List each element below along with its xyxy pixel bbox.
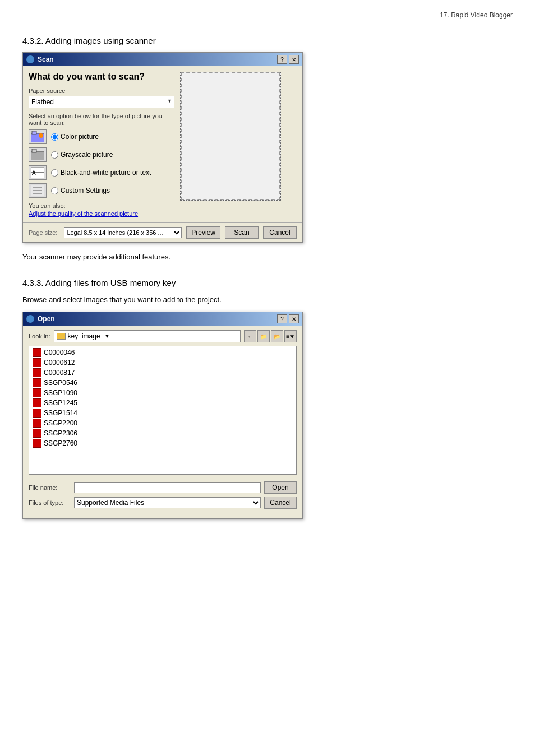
- dropdown-arrow: ▼: [105, 333, 110, 339]
- color-option-label[interactable]: Color picture: [51, 133, 99, 141]
- open-dialog-title: Open: [38, 315, 55, 323]
- scan-titlebar-controls: ? ✕: [277, 55, 299, 64]
- adjust-quality-link[interactable]: Adjust the quality of the scanned pictur…: [29, 210, 174, 217]
- grayscale-icon: [29, 147, 47, 162]
- preview-button[interactable]: Preview: [186, 226, 220, 239]
- scan-cancel-button[interactable]: Cancel: [263, 226, 297, 239]
- svg-rect-1: [32, 131, 36, 134]
- svg-point-2: [39, 133, 43, 138]
- list-item[interactable]: SSGP2200: [30, 418, 295, 428]
- grayscale-radio[interactable]: [51, 151, 58, 159]
- custom-option-label[interactable]: Custom Settings: [51, 187, 110, 194]
- look-in-value: key_image: [68, 332, 100, 340]
- list-item[interactable]: SSGP0546: [30, 378, 295, 388]
- open-titlebar-controls: ? ✕: [277, 314, 299, 323]
- back-button[interactable]: ←: [244, 330, 256, 342]
- list-item[interactable]: C0000817: [30, 368, 295, 378]
- you-can-also-text: You can also:: [29, 202, 174, 209]
- scan-main-title: What do you want to scan?: [29, 72, 174, 82]
- file-list-area[interactable]: C0000046C0000612C0000817SSGP0546SSGP1090…: [29, 346, 297, 475]
- bw-icon: A: [29, 165, 47, 180]
- scan-preview-area: [180, 72, 281, 201]
- list-item[interactable]: SSGP2306: [30, 428, 295, 438]
- toolbar-icons: ← 📁 📂 ≡▼: [244, 330, 297, 342]
- file-name-input[interactable]: [74, 482, 261, 493]
- color-radio[interactable]: [51, 133, 58, 141]
- file-label: C0000817: [44, 369, 75, 377]
- scan-title-icon: [26, 55, 34, 63]
- scan-dialog: Scan ? ✕ What do you want to scan? Paper…: [22, 52, 303, 243]
- color-option: Color picture: [29, 129, 174, 144]
- look-in-label: Look in:: [29, 333, 50, 340]
- file-label: SSGP2306: [44, 429, 77, 437]
- scan-close-button[interactable]: ✕: [289, 55, 299, 64]
- open-help-button[interactable]: ?: [277, 314, 287, 323]
- custom-icon: [29, 183, 47, 198]
- open-close-button[interactable]: ✕: [289, 314, 299, 323]
- views-button[interactable]: ≡▼: [284, 330, 297, 342]
- file-thumbnail: [33, 378, 41, 387]
- bw-option: A Black-and-white picture or text: [29, 165, 174, 180]
- file-thumbnail: [33, 388, 41, 397]
- open-dialog: Open ? ✕ Look in: key_image ▼ ← 📁 📂 ≡▼: [22, 312, 303, 519]
- list-item[interactable]: SSGP2760: [30, 438, 295, 448]
- file-thumbnail: [33, 358, 41, 367]
- file-thumbnail: [33, 439, 41, 448]
- scan-left-panel: What do you want to scan? Paper source F…: [29, 72, 174, 217]
- filename-row: File name: Open: [29, 481, 297, 494]
- grayscale-option-label[interactable]: Grayscale picture: [51, 151, 113, 159]
- file-thumbnail: [33, 409, 41, 418]
- file-thumbnail: [33, 348, 41, 357]
- file-label: SSGP1245: [44, 399, 77, 407]
- section1-heading: 4.3.2. Adding images using scanner: [22, 36, 513, 45]
- file-label: SSGP1090: [44, 389, 77, 397]
- file-thumbnail: [33, 368, 41, 377]
- file-thumbnail: [33, 429, 41, 438]
- file-type-select[interactable]: Supported Media Files: [74, 497, 261, 508]
- scan-button[interactable]: Scan: [225, 226, 259, 239]
- new-folder-button[interactable]: 📂: [271, 330, 283, 342]
- open-footer: File name: Open Files of type: Supported…: [29, 479, 297, 514]
- bw-radio[interactable]: [51, 169, 58, 177]
- custom-radio[interactable]: [51, 187, 58, 194]
- file-name-label: File name:: [29, 484, 71, 491]
- scan-help-button[interactable]: ?: [277, 55, 287, 64]
- open-cancel-button[interactable]: Cancel: [264, 497, 297, 509]
- look-in-select[interactable]: key_image ▼: [54, 330, 241, 342]
- page-size-select[interactable]: Legal 8.5 x 14 inches (216 x 356 ...: [64, 227, 182, 238]
- list-item[interactable]: C0000612: [30, 358, 295, 368]
- list-item[interactable]: SSGP1090: [30, 388, 295, 398]
- list-item[interactable]: SSGP1514: [30, 408, 295, 418]
- section1-body: Your scanner may provide additional feat…: [22, 253, 513, 261]
- paper-source-select[interactable]: Flatbed: [29, 96, 174, 108]
- scan-titlebar-left: Scan: [26, 55, 54, 63]
- custom-option: Custom Settings: [29, 183, 174, 198]
- scan-footer: Page size: Legal 8.5 x 14 inches (216 x …: [23, 222, 302, 242]
- svg-rect-4: [32, 149, 36, 152]
- file-label: C0000046: [44, 349, 75, 356]
- open-dialog-body: Look in: key_image ▼ ← 📁 📂 ≡▼ C0000046C0…: [23, 326, 302, 518]
- file-type-label: Files of type:: [29, 499, 71, 506]
- paper-source-wrapper: Flatbed: [29, 96, 174, 108]
- look-in-row: Look in: key_image ▼ ← 📁 📂 ≡▼: [29, 330, 297, 342]
- file-label: SSGP1514: [44, 409, 77, 417]
- up-folder-button[interactable]: 📁: [257, 330, 270, 342]
- section2-body: Browse and select images that you want t…: [22, 295, 513, 304]
- option-hint: Select an option below for the type of p…: [29, 113, 174, 126]
- bw-option-label[interactable]: Black-and-white picture or text: [51, 169, 151, 177]
- filetype-row: Files of type: Supported Media Files Can…: [29, 497, 297, 509]
- file-label: SSGP0546: [44, 379, 77, 387]
- file-label: SSGP2760: [44, 439, 77, 447]
- list-item[interactable]: SSGP1245: [30, 398, 295, 408]
- file-label: C0000612: [44, 359, 75, 367]
- file-label: SSGP2200: [44, 419, 77, 427]
- scan-titlebar: Scan ? ✕: [23, 53, 302, 66]
- file-thumbnail: [33, 398, 41, 407]
- scan-dialog-title: Scan: [38, 55, 54, 63]
- page-size-label: Page size:: [29, 229, 57, 236]
- page-header: 17. Rapid Video Blogger: [22, 11, 513, 19]
- open-titlebar: Open ? ✕: [23, 312, 302, 326]
- open-button[interactable]: Open: [264, 481, 297, 494]
- open-titlebar-left: Open: [26, 315, 55, 323]
- list-item[interactable]: C0000046: [30, 347, 295, 358]
